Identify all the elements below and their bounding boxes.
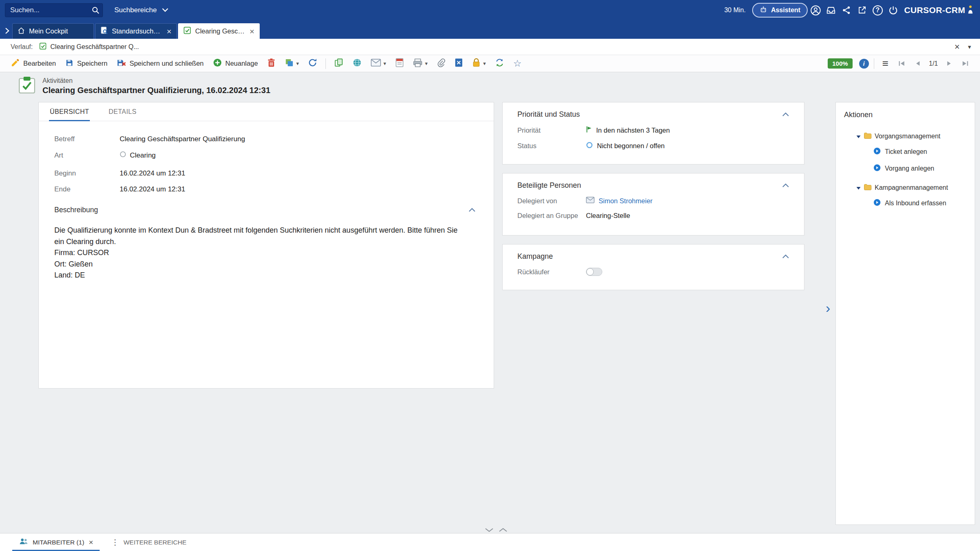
save-close-button[interactable]: Speichern und schließen [113,57,207,71]
help-icon[interactable]: ? [870,2,885,18]
assistant-button[interactable]: Assistent [752,3,808,18]
tab-clearing[interactable]: Clearing Geschäftspa... × [178,23,260,39]
action-label: Vorgang anlegen [885,165,934,172]
field-label: Betreff [54,135,120,143]
description-line: Ort: Gießen [54,259,469,270]
menu-icon[interactable]: ≡ [879,57,892,70]
record-header: Aktivitäten Clearing Geschäftspartner Qu… [18,76,270,96]
tree-group-label: Kampagnenmanagement [875,184,948,191]
row-label: Delegiert von [517,197,586,205]
history-bar: Verlauf: Clearing Geschäftspartner Q... … [0,39,980,55]
tree-group-kampagnenmanagement[interactable]: Kampagnenmanagement [844,184,967,192]
assistant-robot-icon [760,6,767,15]
info-icon[interactable]: i [859,59,869,69]
close-tab-icon[interactable]: × [249,27,254,36]
ruecklaeufer-toggle[interactable] [586,268,602,276]
excel-export-button[interactable] [451,57,466,71]
tab-uebersicht[interactable]: ÜBERSICHT [49,102,90,121]
new-button[interactable]: Neuanlage [209,57,261,71]
lock-button[interactable]: ▾ [469,57,489,71]
account-icon[interactable] [808,2,823,18]
description-section-header: Beschreibung [54,206,476,214]
field-row-beginn: Beginn 16.02.2024 um 12:31 [54,169,477,178]
action-vorgang-anlegen[interactable]: Vorgang anlegen [844,164,967,173]
trash-icon [267,58,276,69]
map-button[interactable] [349,57,365,71]
overview-card: ÜBERSICHT DETAILS Betreff Clearing Gesch… [38,102,494,389]
close-icon[interactable]: × [955,42,960,52]
print-button[interactable]: ▾ [410,57,431,71]
tab-details[interactable]: DETAILS [108,102,137,121]
more-areas-button[interactable]: ⋮ WEITERE BEREICHE [111,538,186,547]
next-page-button[interactable] [943,60,956,67]
copy-button[interactable]: ▾ [281,57,303,71]
logout-power-icon[interactable] [885,2,901,18]
chevron-up-icon[interactable] [782,183,789,188]
tab-standardsuche[interactable]: Standardsuche für G... × [95,23,177,39]
prev-page-button[interactable] [911,60,924,67]
assistant-label: Assistent [771,7,800,14]
first-page-button[interactable] [894,60,909,67]
person-link[interactable]: Simon Strohmeier [599,197,653,205]
field-value: Clearing Geschäftspartner Qualifizierung [120,135,245,143]
last-page-button[interactable] [958,60,973,67]
record-category: Aktivitäten [42,77,270,84]
share-icon[interactable] [839,2,854,18]
field-label: Art [54,151,120,160]
folder-icon [864,184,872,192]
delete-button[interactable] [264,57,279,71]
chevron-up-icon[interactable] [468,208,476,212]
card-title: Priorität und Status [517,110,580,119]
action-als-inbound-erfassen[interactable]: Als Inbound erfassen [844,199,967,208]
mail-icon[interactable] [586,197,595,205]
help-glyph: ? [873,5,883,16]
radio-icon[interactable] [120,151,126,160]
close-tab-icon[interactable]: × [89,538,93,546]
edit-button[interactable]: Bearbeiten [7,57,59,71]
chevron-down-icon [162,6,169,14]
campaign-card: Kampagne Rückläufer [502,244,804,290]
refresh-button[interactable] [305,57,321,71]
chevron-down-icon[interactable]: ▾ [968,43,971,51]
field-value: 16.02.2024 um 12:31 [120,185,185,193]
search-areas-dropdown[interactable]: Suchbereiche [114,6,169,14]
spreadsheet-icon [454,58,463,69]
search-input[interactable] [5,3,103,17]
chevron-down-icon[interactable] [484,527,494,533]
globe-icon [352,58,362,69]
tab-mein-cockpit[interactable]: Mein Cockpit [12,23,94,39]
export-document-button[interactable] [392,57,407,71]
disclosure-triangle-icon [856,133,861,140]
refresh-icon [308,58,317,69]
search-icon[interactable] [91,6,100,16]
duplicate-sheets-icon [334,58,343,69]
history-item[interactable]: Clearing Geschäftspartner Q... [39,42,139,51]
attachment-button[interactable] [433,57,449,71]
duplicate-check-button[interactable] [331,57,347,71]
inbox-icon[interactable] [823,2,839,18]
tabs-overflow-chevron[interactable] [2,27,12,34]
chevron-up-icon[interactable] [782,254,789,259]
save-button[interactable]: Speichern [62,57,111,71]
zoom-badge[interactable]: 100% [828,58,852,69]
activity-clipboard-icon [18,76,36,96]
priority-value: In den nächsten 3 Tagen [596,127,670,134]
description-line: Land: DE [54,270,469,281]
field-label: Beginn [54,169,120,178]
content-area: Aktivitäten Clearing Geschäftspartner Qu… [0,72,980,533]
status-circle-icon [586,142,593,150]
email-button[interactable]: ▾ [368,57,390,71]
workflow-button[interactable] [492,57,508,71]
bottom-tab-mitarbeiter[interactable]: MITARBEITER (1) × [12,533,100,551]
chevron-up-icon[interactable] [782,112,789,117]
brand-icon [967,4,973,16]
close-tab-icon[interactable]: × [167,27,172,36]
favorite-button[interactable]: ☆ [510,57,525,71]
play-circle-icon [873,147,881,156]
action-ticket-anlegen[interactable]: Ticket anlegen [844,147,967,156]
card-header: Beteiligte Personen [503,173,804,190]
chevron-up-icon[interactable] [498,527,508,533]
expand-panel-chevron[interactable]: › [826,301,830,315]
tree-group-vorgangsmanagement[interactable]: Vorgangsmanagement [844,132,967,140]
open-window-icon[interactable] [854,2,870,18]
